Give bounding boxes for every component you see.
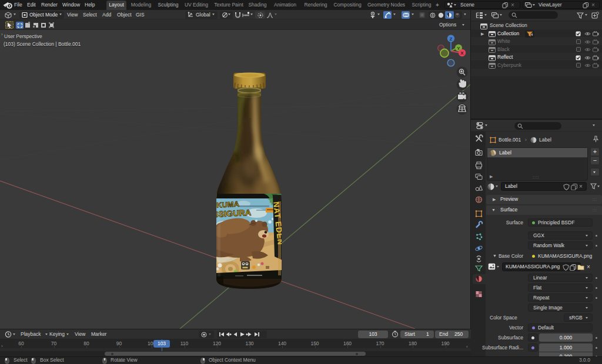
svg-text:Z: Z [450, 36, 453, 42]
svg-text:X: X [460, 50, 464, 56]
